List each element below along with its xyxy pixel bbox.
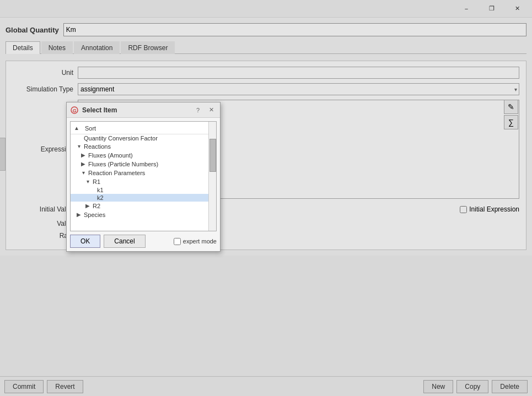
tree-item-r2[interactable]: ▶ R2	[71, 202, 216, 210]
tree-item-label-fluxes-amount: Fluxes (Amount)	[88, 152, 133, 159]
r1-toggle-icon: ▾	[84, 178, 92, 186]
expert-mode-checkbox[interactable]	[174, 238, 181, 245]
tree-item-label-reaction-params: Reaction Parameters	[88, 170, 145, 176]
svg-text:G: G	[72, 108, 76, 113]
tree-item-label-r1: R1	[93, 178, 100, 185]
dialog-close-button[interactable]: ✕	[206, 105, 217, 115]
tree-item-qty-conv[interactable]: Quantity Conversion Factor	[71, 134, 216, 142]
expert-mode-label: expert mode	[183, 238, 217, 245]
tree-scrollbar-thumb[interactable]	[209, 139, 216, 172]
sort-up-icon: ▲	[73, 124, 80, 132]
dialog-title-text: Select Item	[82, 106, 192, 114]
tree-item-label-k2: k2	[97, 194, 104, 201]
tree-item-fluxes-amount[interactable]: ▶ Fluxes (Amount)	[71, 151, 216, 160]
tree-container[interactable]: ▲ Sort Quantity Conversion Factor ▾ Reac…	[70, 121, 217, 231]
cancel-button[interactable]: Cancel	[104, 235, 145, 248]
r2-toggle-icon: ▶	[84, 202, 92, 210]
modal-overlay: G Select Item ? ✕ ▲ Sort	[0, 0, 532, 396]
tree-item-species[interactable]: ▶ Species	[71, 210, 216, 219]
tree-item-reactions[interactable]: ▾ Reactions	[71, 142, 216, 151]
ok-button[interactable]: OK	[70, 235, 100, 248]
dialog-help-button[interactable]: ?	[192, 105, 203, 115]
fluxes-amount-toggle-icon: ▶	[79, 151, 87, 159]
select-item-dialog: G Select Item ? ✕ ▲ Sort	[66, 102, 221, 252]
fluxes-particle-toggle-icon: ▶	[79, 160, 87, 168]
dialog-footer: OK Cancel expert mode	[67, 231, 220, 251]
tree-item-fluxes-particle[interactable]: ▶ Fluxes (Particle Numbers)	[71, 160, 216, 169]
species-toggle-icon: ▶	[75, 211, 83, 219]
dialog-title-buttons: ? ✕	[192, 105, 217, 115]
tree-scrollbar[interactable]	[208, 122, 216, 231]
tree-item-label-qty-conv: Quantity Conversion Factor	[84, 135, 158, 142]
sort-label: Sort	[82, 124, 99, 133]
dialog-body: ▲ Sort Quantity Conversion Factor ▾ Reac…	[67, 118, 220, 231]
tree-sort-header[interactable]: ▲ Sort	[71, 123, 216, 134]
tree-item-label-r2: R2	[93, 203, 100, 209]
tree-item-k1[interactable]: k1	[71, 186, 216, 194]
tree-item-k2[interactable]: k2	[71, 194, 216, 202]
tree-scroll-content: ▲ Sort Quantity Conversion Factor ▾ Reac…	[71, 122, 216, 220]
tree-item-r1[interactable]: ▾ R1	[71, 177, 216, 186]
expert-mode-row: expert mode	[174, 238, 217, 245]
tree-item-label-fluxes-particle: Fluxes (Particle Numbers)	[88, 161, 158, 167]
dialog-app-icon: G	[70, 106, 79, 115]
tree-item-reaction-params[interactable]: ▾ Reaction Parameters	[71, 169, 216, 177]
reaction-params-toggle-icon: ▾	[79, 169, 87, 177]
dialog-title-bar: G Select Item ? ✕	[67, 102, 220, 118]
reactions-toggle-icon: ▾	[75, 143, 83, 150]
tree-item-label-species: Species	[84, 211, 105, 218]
tree-item-label-k1: k1	[97, 187, 104, 193]
tree-item-label-reactions: Reactions	[84, 143, 111, 150]
